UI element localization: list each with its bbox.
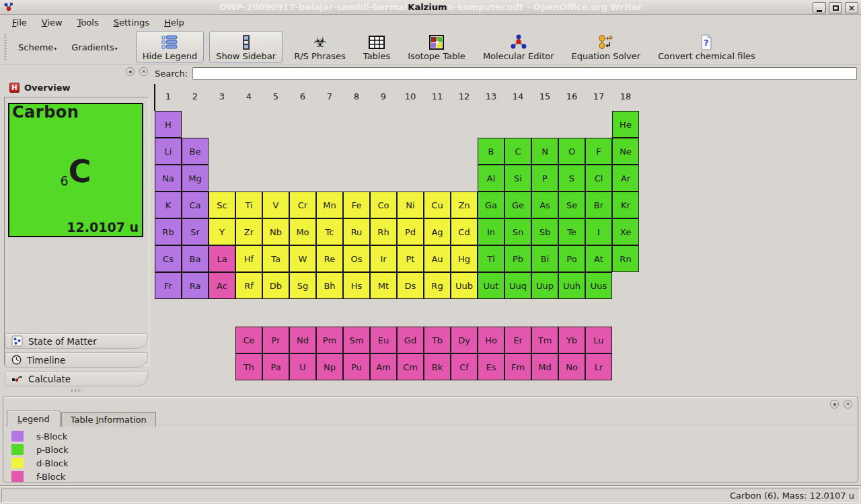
element-cell-pu[interactable]: Pu	[343, 353, 370, 380]
element-cell-pt[interactable]: Pt	[397, 245, 424, 272]
sidebar-tab-state-of-matter[interactable]: State of Matter	[5, 333, 148, 349]
legend-float-button[interactable]	[830, 400, 839, 409]
element-cell-cl[interactable]: Cl	[585, 165, 612, 192]
search-input[interactable]	[192, 67, 857, 80]
element-cell-sm[interactable]: Sm	[343, 327, 370, 353]
element-cell-re[interactable]: Re	[316, 245, 343, 272]
element-cell-os[interactable]: Os	[343, 245, 370, 272]
element-cell-ru[interactable]: Ru	[343, 218, 370, 245]
element-cell-co[interactable]: Co	[370, 192, 397, 218]
element-cell-n[interactable]: N	[531, 138, 558, 165]
element-cell-b[interactable]: B	[478, 138, 504, 165]
sidebar-tab-calculate[interactable]: Calculate	[5, 371, 148, 386]
element-cell-in[interactable]: In	[478, 218, 504, 245]
element-cell-bi[interactable]: Bi	[531, 245, 558, 272]
element-cell-mg[interactable]: Mg	[182, 165, 209, 192]
element-cell-rn[interactable]: Rn	[612, 245, 639, 272]
element-cell-db[interactable]: Db	[262, 272, 289, 299]
toolbar-button-molecular-editor[interactable]: Molecular Editor	[477, 32, 560, 62]
element-cell-ir[interactable]: Ir	[370, 245, 397, 272]
menu-tools[interactable]: Tools	[71, 16, 106, 29]
element-cell-uub[interactable]: Uub	[451, 272, 478, 299]
element-cell-no[interactable]: No	[558, 353, 585, 380]
element-cell-dy[interactable]: Dy	[451, 327, 478, 353]
toolbar-button-gradients[interactable]: Gradients▾	[65, 38, 123, 56]
element-cell-br[interactable]: Br	[585, 192, 612, 218]
element-cell-p[interactable]: P	[531, 165, 558, 192]
element-cell-te[interactable]: Te	[558, 218, 585, 245]
element-cell-c[interactable]: C	[504, 138, 531, 165]
toolbar-button-tables[interactable]: Tables	[357, 32, 396, 62]
element-cell-at[interactable]: At	[585, 245, 612, 272]
element-cell-y[interactable]: Y	[209, 218, 235, 245]
element-cell-la[interactable]: La	[209, 245, 235, 272]
element-cell-sn[interactable]: Sn	[504, 218, 531, 245]
splitter-handle[interactable]	[71, 389, 82, 392]
element-cell-ga[interactable]: Ga	[478, 192, 504, 218]
element-cell-ge[interactable]: Ge	[504, 192, 531, 218]
element-cell-xe[interactable]: Xe	[612, 218, 639, 245]
element-cell-uuh[interactable]: Uuh	[558, 272, 585, 299]
element-cell-pr[interactable]: Pr	[262, 327, 289, 353]
legend-close-button[interactable]: ✕	[844, 400, 852, 409]
element-cell-w[interactable]: W	[289, 245, 316, 272]
element-cell-au[interactable]: Au	[424, 245, 451, 272]
element-cell-ni[interactable]: Ni	[397, 192, 424, 218]
element-cell-kr[interactable]: Kr	[612, 192, 639, 218]
sidebar-tab-timeline[interactable]: Timeline	[5, 352, 148, 368]
element-cell-mo[interactable]: Mo	[289, 218, 316, 245]
element-cell-cr[interactable]: Cr	[289, 192, 316, 218]
element-cell-be[interactable]: Be	[182, 138, 209, 165]
element-cell-ra[interactable]: Ra	[182, 272, 209, 299]
element-cell-pd[interactable]: Pd	[397, 218, 424, 245]
element-cell-hg[interactable]: Hg	[451, 245, 478, 272]
menu-settings[interactable]: Settings	[107, 16, 156, 29]
element-cell-rf[interactable]: Rf	[235, 272, 262, 299]
element-cell-uuq[interactable]: Uuq	[504, 272, 531, 299]
element-cell-bk[interactable]: Bk	[424, 353, 451, 380]
element-cell-f[interactable]: F	[585, 138, 612, 165]
element-cell-mn[interactable]: Mn	[316, 192, 343, 218]
element-cell-uup[interactable]: Uup	[531, 272, 558, 299]
element-cell-ac[interactable]: Ac	[209, 272, 235, 299]
toolbar-button-hide-legend[interactable]: Hide Legend	[136, 31, 204, 63]
toolbar-button-convert-chemical-files[interactable]: ?Convert chemical files	[652, 32, 761, 62]
element-cell-as[interactable]: As	[531, 192, 558, 218]
element-cell-ba[interactable]: Ba	[182, 245, 209, 272]
element-cell-si[interactable]: Si	[504, 165, 531, 192]
element-cell-ar[interactable]: Ar	[612, 165, 639, 192]
element-cell-hf[interactable]: Hf	[235, 245, 262, 272]
tab-table-information[interactable]: Table Information	[61, 412, 156, 427]
toolbar-button-equation-solver[interactable]: +Equation Solver	[566, 32, 647, 62]
element-cell-nd[interactable]: Nd	[289, 327, 316, 353]
element-cell-zr[interactable]: Zr	[235, 218, 262, 245]
element-cell-ds[interactable]: Ds	[397, 272, 424, 299]
minimize-button[interactable]	[813, 2, 826, 13]
element-cell-rb[interactable]: Rb	[155, 218, 182, 245]
element-cell-th[interactable]: Th	[235, 353, 262, 380]
element-cell-np[interactable]: Np	[316, 353, 343, 380]
element-cell-v[interactable]: V	[262, 192, 289, 218]
element-cell-tm[interactable]: Tm	[531, 327, 558, 353]
element-cell-sr[interactable]: Sr	[182, 218, 209, 245]
element-cell-tc[interactable]: Tc	[316, 218, 343, 245]
element-cell-bh[interactable]: Bh	[316, 272, 343, 299]
dock-close-button[interactable]: ✕	[139, 67, 148, 76]
element-cell-ag[interactable]: Ag	[424, 218, 451, 245]
element-cell-cm[interactable]: Cm	[397, 353, 424, 380]
toolbar-drag-handle[interactable]	[4, 34, 7, 60]
tab-legend[interactable]: Legend	[7, 411, 61, 427]
element-cell-nb[interactable]: Nb	[262, 218, 289, 245]
element-cell-rg[interactable]: Rg	[424, 272, 451, 299]
element-cell-ta[interactable]: Ta	[262, 245, 289, 272]
element-cell-po[interactable]: Po	[558, 245, 585, 272]
element-cell-ho[interactable]: Ho	[478, 327, 504, 353]
element-cell-pm[interactable]: Pm	[316, 327, 343, 353]
dock-float-button[interactable]	[126, 67, 135, 76]
element-cell-sc[interactable]: Sc	[209, 192, 235, 218]
element-cell-i[interactable]: I	[585, 218, 612, 245]
maximize-button[interactable]	[829, 2, 842, 13]
element-cell-cs[interactable]: Cs	[155, 245, 182, 272]
element-cell-he[interactable]: He	[612, 111, 639, 138]
menu-view[interactable]: View	[35, 16, 69, 29]
